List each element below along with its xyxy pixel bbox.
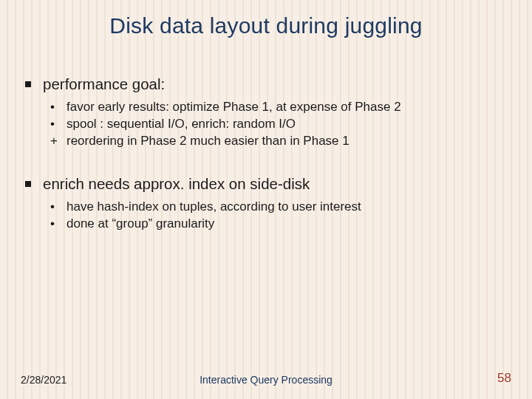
plus-bullet-icon: +: [50, 133, 61, 150]
slide: Disk data layout during juggling perform…: [0, 0, 532, 399]
section-2: enrich needs approx. index on side-disk …: [21, 175, 511, 233]
section-heading-text: enrich needs approx. index on side-disk: [43, 175, 310, 193]
list-item: + reordering in Phase 2 much easier than…: [21, 133, 511, 150]
dot-bullet-icon: •: [50, 116, 61, 133]
list-item-text: reordering in Phase 2 much easier than i…: [66, 133, 349, 150]
footer-title: Interactive Query Processing: [21, 374, 511, 386]
list-item: • done at “group” granularity: [21, 216, 511, 233]
section-heading-text: performance goal:: [43, 75, 165, 93]
section-heading: enrich needs approx. index on side-disk: [21, 175, 511, 193]
section-1: performance goal: • favor early results:…: [21, 75, 511, 150]
list-item-text: favor early results: optimize Phase 1, a…: [66, 99, 401, 116]
slide-title: Disk data layout during juggling: [21, 13, 511, 38]
list-item-text: have hash-index on tuples, according to …: [66, 199, 361, 216]
dot-bullet-icon: •: [50, 99, 61, 116]
list-item: • spool : sequential I/O, enrich: random…: [21, 116, 511, 133]
square-bullet-icon: [25, 181, 33, 187]
list-item-text: spool : sequential I/O, enrich: random I…: [66, 116, 296, 133]
list-item: • favor early results: optimize Phase 1,…: [21, 99, 511, 116]
slide-footer: 2/28/2021 Interactive Query Processing 5…: [21, 371, 511, 386]
dot-bullet-icon: •: [50, 199, 61, 216]
list-item-text: done at “group” granularity: [66, 216, 214, 233]
square-bullet-icon: [25, 81, 33, 87]
list-item: • have hash-index on tuples, according t…: [21, 199, 511, 216]
section-heading: performance goal:: [21, 75, 511, 93]
dot-bullet-icon: •: [50, 216, 61, 233]
